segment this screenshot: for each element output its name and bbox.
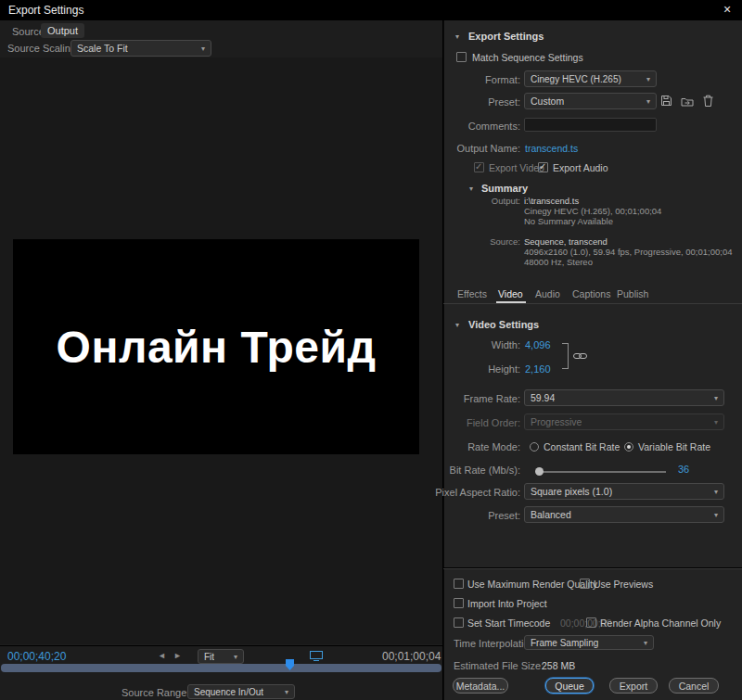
export-video-label: Export Video (489, 162, 544, 173)
rate-mode-label: Rate Mode: (467, 441, 520, 452)
summary-source-line: Sequence, transcend (524, 236, 608, 247)
tabs-divider (443, 303, 742, 304)
height-label: Height: (488, 363, 520, 375)
time-interpolation-select[interactable]: Frame Sampling ▾ (524, 635, 654, 650)
tab-captions[interactable]: Captions (572, 288, 610, 299)
video-preview-frame: Онлайн Трейд (13, 239, 419, 454)
chevron-down-icon: ▾ (229, 653, 237, 661)
import-into-project-label: Import Into Project (467, 598, 547, 609)
chevron-down-icon: ▾ (642, 97, 650, 106)
set-in-icon[interactable]: ◄ (158, 651, 166, 660)
summary-output-line: i:\transcend.ts (524, 196, 579, 206)
source-scaling-select[interactable]: Scale To Fit ▾ (70, 40, 211, 57)
video-settings-header: Video Settings (468, 319, 539, 330)
frame-rate-select[interactable]: 59.94 ▾ (524, 389, 724, 406)
video-preset-select[interactable]: Balanced ▾ (524, 506, 724, 523)
width-value[interactable]: 4,096 (525, 339, 551, 350)
estimated-file-size-value: 258 MB (542, 660, 575, 671)
duration-timecode: 00;01;00;04 (382, 650, 441, 663)
cancel-button[interactable]: Cancel (669, 678, 719, 694)
bit-rate-label: Bit Rate (Mb/s): (450, 465, 520, 476)
summary-source-line: 48000 Hz, Stereo (524, 257, 593, 267)
export-video-checkbox[interactable] (474, 162, 484, 172)
work-area-bar[interactable] (1, 664, 441, 672)
active-tab-underline (496, 301, 526, 303)
import-preset-icon[interactable] (681, 95, 694, 108)
tab-video[interactable]: Video (498, 288, 523, 299)
set-start-timecode-checkbox[interactable] (454, 617, 464, 628)
format-select[interactable]: Cinegy HEVC (H.265) ▾ (524, 70, 657, 87)
queue-button[interactable]: Queue (545, 678, 594, 694)
tab-audio[interactable]: Audio (535, 288, 560, 299)
preset-label: Preset: (488, 96, 520, 108)
close-icon[interactable]: × (723, 2, 731, 17)
use-max-render-quality-checkbox[interactable] (454, 579, 464, 589)
use-previews-label: Use Previews (594, 579, 653, 590)
summary-header: Summary (481, 183, 528, 194)
tab-output[interactable]: Output (41, 23, 84, 38)
import-into-project-checkbox[interactable] (454, 598, 464, 608)
summary-source-line: 4096x2160 (1.0), 59.94 fps, Progressive,… (524, 247, 732, 257)
export-settings-header: Export Settings (468, 31, 544, 42)
set-start-timecode-label: Set Start Timecode (467, 617, 550, 629)
metadata-button[interactable]: Metadata... (453, 678, 508, 694)
height-value[interactable]: 2,160 (525, 363, 551, 375)
comments-label: Comments: (468, 121, 520, 132)
delete-preset-icon[interactable] (703, 95, 713, 108)
current-timecode[interactable]: 00;00;40;20 (7, 650, 66, 663)
chevron-down-icon: ▾ (197, 45, 205, 53)
chevron-down-icon: ▾ (642, 75, 650, 83)
export-button[interactable]: Export (609, 678, 658, 694)
chevron-down-icon: ▾ (710, 511, 718, 519)
bit-rate-value[interactable]: 36 (678, 464, 689, 475)
use-previews-checkbox[interactable] (580, 579, 590, 589)
zoom-level-select[interactable]: Fit ▾ (198, 649, 244, 664)
dimension-bracket (562, 343, 569, 369)
format-label: Format: (485, 74, 520, 85)
save-preset-icon[interactable] (660, 95, 672, 108)
source-range-label: Source Range: (122, 687, 189, 698)
options-divider-highlight (443, 568, 742, 569)
summary-output-line: Cinegy HEVC (H.265), 00;01;00;04 (524, 206, 661, 216)
preset-select[interactable]: Custom ▾ (524, 93, 657, 109)
video-frame-text: Онлайн Трейд (57, 322, 377, 373)
pixel-aspect-ratio-label: Pixel Aspect Ratio: (435, 487, 520, 498)
chevron-down-icon: ▾ (710, 418, 718, 426)
export-audio-label: Export Audio (553, 162, 608, 173)
tab-effects[interactable]: Effects (457, 288, 487, 299)
variable-bit-rate-radio[interactable] (624, 442, 633, 452)
render-alpha-checkbox[interactable] (586, 617, 596, 628)
output-name-link[interactable]: transcend.ts (525, 143, 578, 154)
width-label: Width: (492, 339, 520, 350)
export-audio-checkbox[interactable] (538, 162, 548, 172)
use-max-render-quality-label: Use Maximum Render Quality (467, 579, 597, 590)
bit-rate-slider-handle[interactable] (535, 467, 544, 476)
render-alpha-label: Render Alpha Channel Only (600, 617, 721, 629)
summary-output-line: No Summary Available (524, 216, 613, 226)
chevron-down-icon: ▾ (710, 488, 718, 496)
video-preset-label: Preset: (488, 510, 520, 521)
match-sequence-checkbox[interactable] (456, 52, 467, 62)
estimated-file-size-label: Estimated File Size: (454, 660, 544, 671)
chevron-down-icon[interactable]: ▾ (469, 185, 473, 193)
chevron-down-icon: ▾ (280, 688, 288, 696)
comments-input[interactable] (524, 118, 657, 132)
chevron-down-icon[interactable]: ▾ (455, 32, 459, 41)
export-settings-window: Export Settings × Source Output Source S… (0, 0, 742, 700)
chevron-down-icon: ▾ (710, 394, 718, 402)
monitor-icon[interactable] (310, 651, 323, 664)
pixel-aspect-ratio-select[interactable]: Square pixels (1.0) ▾ (524, 483, 724, 500)
bit-rate-slider-track[interactable] (537, 471, 666, 473)
source-range-select[interactable]: Sequence In/Out ▾ (187, 684, 295, 699)
chevron-down-icon: ▾ (639, 639, 647, 647)
chevron-down-icon[interactable]: ▾ (455, 321, 459, 329)
link-icon[interactable] (573, 350, 587, 362)
tab-publish[interactable]: Publish (617, 288, 648, 299)
constant-bit-rate-radio[interactable] (530, 442, 539, 452)
set-out-icon[interactable]: ► (173, 651, 182, 660)
summary-source-label: Source: (490, 236, 520, 247)
source-scaling-label: Source Scaling: (7, 43, 79, 54)
variable-bit-rate-label: Variable Bit Rate (638, 441, 710, 452)
summary-output-label: Output: (492, 196, 520, 206)
field-order-label: Field Order: (467, 417, 520, 428)
